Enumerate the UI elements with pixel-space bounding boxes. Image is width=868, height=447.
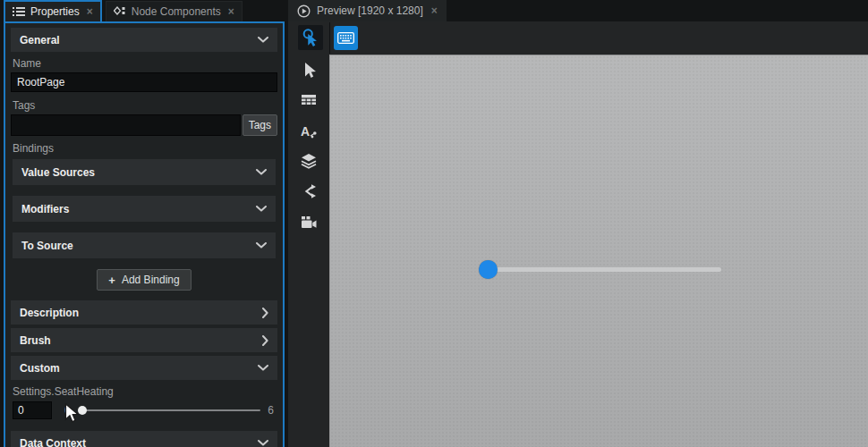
preview-chrome: A bbox=[288, 21, 868, 447]
chevron-right-icon bbox=[262, 308, 268, 318]
interaction-tool-icon bbox=[301, 28, 320, 47]
section-description[interactable]: Description bbox=[11, 300, 277, 325]
svg-text:A: A bbox=[301, 124, 310, 139]
section-custom-title: Custom bbox=[20, 362, 60, 375]
section-brush[interactable]: Brush bbox=[11, 328, 277, 352]
preview-side-toolbar: A bbox=[288, 55, 329, 447]
play-circle-icon bbox=[297, 4, 311, 18]
tags-button[interactable]: Tags bbox=[243, 114, 277, 136]
section-value-sources[interactable]: Value Sources bbox=[13, 159, 276, 185]
layers-icon bbox=[301, 153, 317, 169]
section-general[interactable]: General bbox=[11, 28, 277, 52]
tab-node-components[interactable]: Node Components × bbox=[106, 1, 243, 21]
add-binding-row: + Add Binding bbox=[11, 269, 277, 291]
node-components-icon bbox=[114, 6, 126, 17]
section-data-context[interactable]: Data Context bbox=[11, 431, 277, 447]
virtual-keyboard-icon bbox=[337, 32, 354, 44]
chevron-down-icon bbox=[258, 37, 268, 43]
tags-label: Tags bbox=[13, 99, 276, 112]
custom-property-slider-row: 0 6 bbox=[13, 401, 276, 419]
branch-tool-button[interactable] bbox=[288, 176, 329, 207]
add-binding-button[interactable]: + Add Binding bbox=[97, 269, 191, 291]
tab-node-components-label: Node Components bbox=[132, 5, 221, 18]
chevron-down-icon bbox=[258, 365, 268, 371]
preview-top-toolbar bbox=[288, 21, 868, 55]
section-custom[interactable]: Custom bbox=[11, 356, 277, 380]
close-icon[interactable]: × bbox=[430, 4, 438, 17]
branch-icon bbox=[301, 183, 317, 199]
close-icon[interactable]: × bbox=[226, 5, 234, 18]
custom-property-value-input[interactable] bbox=[13, 401, 52, 419]
tab-properties[interactable]: Properties × bbox=[4, 0, 102, 21]
preview-panel: Preview [1920 x 1280] × bbox=[288, 0, 868, 447]
virtual-keyboard-button[interactable] bbox=[334, 26, 358, 50]
section-data-context-title: Data Context bbox=[20, 437, 86, 447]
name-label: Name bbox=[13, 57, 276, 70]
properties-panel: Properties × Node Components × General N… bbox=[4, 0, 285, 447]
plus-icon: + bbox=[108, 274, 115, 287]
preview-canvas[interactable] bbox=[329, 55, 868, 447]
slider-handle[interactable] bbox=[78, 406, 87, 415]
text-tool-icon: A bbox=[301, 123, 318, 139]
tags-input[interactable] bbox=[11, 114, 241, 136]
custom-property-slider[interactable] bbox=[78, 402, 261, 418]
bindings-label: Bindings bbox=[13, 142, 276, 155]
interaction-tool-button[interactable] bbox=[298, 25, 323, 50]
left-tab-bar: Properties × Node Components × bbox=[4, 0, 285, 21]
chevron-down-icon bbox=[258, 440, 268, 446]
camera-tool-button[interactable] bbox=[288, 207, 329, 237]
name-input[interactable] bbox=[11, 72, 277, 92]
layers-tool-button[interactable] bbox=[288, 146, 329, 176]
text-tool-button[interactable]: A bbox=[288, 115, 329, 146]
section-description-title: Description bbox=[20, 307, 79, 319]
section-modifiers-title: Modifiers bbox=[21, 203, 69, 215]
section-value-sources-title: Value Sources bbox=[21, 166, 95, 179]
tags-row: Tags bbox=[11, 114, 277, 136]
section-general-title: General bbox=[20, 34, 60, 46]
pointer-tool-button[interactable] bbox=[288, 55, 329, 85]
chevron-down-icon bbox=[256, 206, 267, 212]
slider-max-label: 6 bbox=[268, 404, 274, 417]
tab-preview[interactable]: Preview [1920 x 1280] × bbox=[288, 0, 447, 21]
tab-preview-label: Preview [1920 x 1280] bbox=[317, 4, 423, 17]
pointer-icon bbox=[301, 62, 317, 79]
toolbar-separator bbox=[329, 22, 330, 54]
canvas-slider-handle[interactable] bbox=[479, 260, 498, 279]
close-icon[interactable]: × bbox=[85, 5, 93, 18]
slider-track[interactable] bbox=[81, 409, 261, 411]
camera-icon bbox=[301, 215, 317, 230]
chevron-down-icon bbox=[256, 242, 267, 249]
section-brush-title: Brush bbox=[20, 334, 51, 347]
custom-property-label: Settings.SeatHeating bbox=[13, 385, 276, 398]
section-to-source-title: To Source bbox=[21, 240, 73, 252]
slider-min-label: 0 bbox=[64, 404, 71, 417]
chevron-down-icon bbox=[256, 169, 267, 175]
table-tool-button[interactable] bbox=[288, 85, 329, 115]
list-icon bbox=[13, 6, 25, 17]
tab-properties-label: Properties bbox=[30, 5, 80, 18]
section-to-source[interactable]: To Source bbox=[13, 232, 276, 258]
canvas-slider-track[interactable] bbox=[488, 267, 721, 272]
properties-panel-body: General Name Tags Tags Bindings Value So… bbox=[4, 21, 285, 447]
section-modifiers[interactable]: Modifiers bbox=[13, 196, 276, 222]
table-icon bbox=[301, 94, 317, 107]
add-binding-label: Add Binding bbox=[122, 274, 180, 286]
chevron-right-icon bbox=[262, 335, 268, 346]
